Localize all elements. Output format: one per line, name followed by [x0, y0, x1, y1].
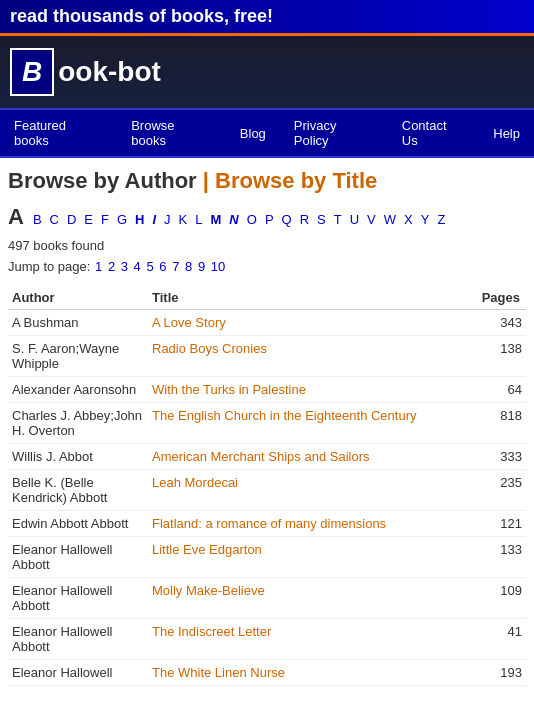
title-cell: American Merchant Ships and Sailors — [148, 444, 469, 470]
author-cell: Edwin Abbott Abbott — [8, 511, 148, 537]
page-6[interactable]: 6 — [159, 259, 166, 274]
alpha-s[interactable]: S — [314, 211, 329, 228]
alpha-x[interactable]: X — [401, 211, 416, 228]
title-link[interactable]: Little Eve Edgarton — [152, 542, 262, 557]
pages-cell: 818 — [469, 403, 526, 444]
header-author: Author — [8, 286, 148, 310]
pages-cell: 121 — [469, 511, 526, 537]
logo-letter: B — [22, 56, 42, 87]
title-cell: The Indiscreet Letter — [148, 619, 469, 660]
books-table: Author Title Pages A Bushman A Love Stor… — [8, 286, 526, 686]
title-link[interactable]: The Indiscreet Letter — [152, 624, 271, 639]
table-row: Alexander Aaronsohn With the Turks in Pa… — [8, 377, 526, 403]
main-content: Browse by Author | Browse by Title A B C… — [0, 158, 534, 696]
alpha-g[interactable]: G — [114, 211, 130, 228]
alpha-p[interactable]: P — [262, 211, 277, 228]
alpha-o[interactable]: O — [244, 211, 260, 228]
title-cell: Molly Make-Believe — [148, 578, 469, 619]
title-link[interactable]: The White Linen Nurse — [152, 665, 285, 680]
top-banner: read thousands of books, free! — [0, 0, 534, 36]
header-title: Title — [148, 286, 469, 310]
title-cell: Flatland: a romance of many dimensions — [148, 511, 469, 537]
author-cell: Eleanor Hallowell Abbott — [8, 537, 148, 578]
alpha-w[interactable]: W — [381, 211, 399, 228]
browse-by-author-link[interactable]: Browse by Author — [8, 168, 203, 193]
alpha-d[interactable]: D — [64, 211, 79, 228]
table-row: Eleanor Hallowell Abbott Little Eve Edga… — [8, 537, 526, 578]
page-1[interactable]: 1 — [95, 259, 102, 274]
pages-cell: 109 — [469, 578, 526, 619]
page-7[interactable]: 7 — [172, 259, 179, 274]
alpha-y[interactable]: Y — [418, 211, 433, 228]
alpha-l[interactable]: L — [192, 211, 205, 228]
page-4[interactable]: 4 — [134, 259, 141, 274]
alpha-c[interactable]: C — [47, 211, 62, 228]
alpha-f[interactable]: F — [98, 211, 112, 228]
pages-cell: 333 — [469, 444, 526, 470]
alpha-q[interactable]: Q — [279, 211, 295, 228]
title-link[interactable]: American Merchant Ships and Sailors — [152, 449, 370, 464]
nav-privacy-policy[interactable]: Privacy Policy — [280, 110, 388, 156]
alpha-r[interactable]: R — [297, 211, 312, 228]
nav-help[interactable]: Help — [479, 118, 534, 149]
table-row: Belle K. (Belle Kendrick) Abbott Leah Mo… — [8, 470, 526, 511]
author-cell: Charles J. Abbey;John H. Overton — [8, 403, 148, 444]
alpha-j[interactable]: J — [161, 211, 174, 228]
title-cell: The White Linen Nurse — [148, 660, 469, 686]
header-pages: Pages — [469, 286, 526, 310]
author-cell: Belle K. (Belle Kendrick) Abbott — [8, 470, 148, 511]
page-8[interactable]: 8 — [185, 259, 192, 274]
pages-cell: 138 — [469, 336, 526, 377]
title-cell: Little Eve Edgarton — [148, 537, 469, 578]
table-row: Eleanor Hallowell The White Linen Nurse … — [8, 660, 526, 686]
title-link[interactable]: The English Church in the Eighteenth Cen… — [152, 408, 417, 423]
page-9[interactable]: 9 — [198, 259, 205, 274]
pages-cell: 41 — [469, 619, 526, 660]
alpha-i[interactable]: I — [149, 211, 159, 228]
alpha-m[interactable]: M — [208, 211, 225, 228]
alpha-v[interactable]: V — [364, 211, 379, 228]
nav-contact-us[interactable]: Contact Us — [388, 110, 480, 156]
separator: | — [203, 168, 215, 193]
nav-blog[interactable]: Blog — [226, 118, 280, 149]
page-3[interactable]: 3 — [121, 259, 128, 274]
logo-box: B — [10, 48, 54, 96]
banner-text: read thousands of books, free! — [10, 6, 273, 26]
logo-area: B ook-bot — [0, 36, 534, 108]
alpha-t[interactable]: T — [331, 211, 345, 228]
page-2[interactable]: 2 — [108, 259, 115, 274]
alpha-k[interactable]: K — [176, 211, 191, 228]
table-row: Eleanor Hallowell Abbott Molly Make-Beli… — [8, 578, 526, 619]
alpha-u[interactable]: U — [347, 211, 362, 228]
table-row: Willis J. Abbot American Merchant Ships … — [8, 444, 526, 470]
alpha-n[interactable]: N — [226, 211, 241, 228]
page-10[interactable]: 10 — [211, 259, 225, 274]
nav-browse-books[interactable]: Browse books — [117, 110, 226, 156]
pages-cell: 235 — [469, 470, 526, 511]
alpha-e[interactable]: E — [81, 211, 96, 228]
alpha-z[interactable]: Z — [434, 211, 448, 228]
title-link[interactable]: A Love Story — [152, 315, 226, 330]
author-cell: A Bushman — [8, 310, 148, 336]
nav-featured-books[interactable]: Featured books — [0, 110, 117, 156]
title-link[interactable]: Flatland: a romance of many dimensions — [152, 516, 386, 531]
table-row: A Bushman A Love Story 343 — [8, 310, 526, 336]
title-cell: Leah Mordecai — [148, 470, 469, 511]
alpha-b[interactable]: B — [30, 211, 45, 228]
stats-text: 497 books found — [8, 238, 526, 253]
pages-cell: 193 — [469, 660, 526, 686]
title-link[interactable]: Radio Boys Cronies — [152, 341, 267, 356]
title-cell: The English Church in the Eighteenth Cen… — [148, 403, 469, 444]
title-link[interactable]: Molly Make-Believe — [152, 583, 265, 598]
alpha-h[interactable]: H — [132, 211, 147, 228]
logo-text: ook-bot — [58, 56, 161, 88]
table-row: Edwin Abbott Abbott Flatland: a romance … — [8, 511, 526, 537]
jump-label: Jump to page: — [8, 259, 90, 274]
title-link[interactable]: Leah Mordecai — [152, 475, 238, 490]
author-cell: Eleanor Hallowell Abbott — [8, 619, 148, 660]
author-cell: Eleanor Hallowell Abbott — [8, 578, 148, 619]
title-link[interactable]: With the Turks in Palestine — [152, 382, 306, 397]
pages-cell: 64 — [469, 377, 526, 403]
author-cell: S. F. Aaron;Wayne Whipple — [8, 336, 148, 377]
page-5[interactable]: 5 — [146, 259, 153, 274]
